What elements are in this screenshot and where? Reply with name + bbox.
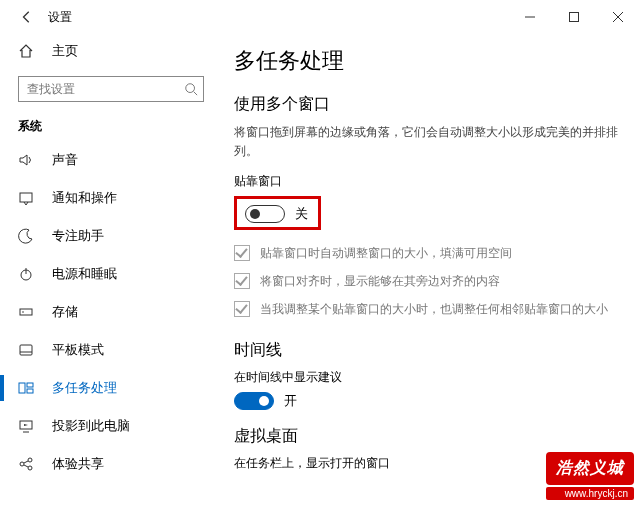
sidebar-home[interactable]: 主页: [0, 34, 222, 68]
sidebar-item-label: 通知和操作: [52, 189, 117, 207]
sidebar-home-label: 主页: [52, 42, 78, 60]
sidebar: 主页 系统 声音 通知和操作 专注助手 电源和睡眠: [0, 34, 230, 506]
checkbox-resize-fill[interactable]: [234, 245, 250, 261]
sidebar-item-multitasking[interactable]: 多任务处理: [0, 369, 222, 407]
search-input[interactable]: [18, 76, 204, 102]
checkbox-resize-adjacent[interactable]: [234, 301, 250, 317]
section-heading-windows: 使用多个窗口: [234, 94, 620, 115]
sidebar-item-notifications[interactable]: 通知和操作: [0, 179, 222, 217]
close-button[interactable]: [596, 2, 640, 32]
moon-icon: [18, 228, 36, 244]
timeline-label: 在时间线中显示建议: [234, 369, 620, 386]
search-icon: [184, 82, 198, 96]
svg-point-15: [20, 462, 24, 466]
sidebar-item-label: 多任务处理: [52, 379, 117, 397]
svg-rect-11: [19, 383, 25, 393]
sidebar-item-label: 电源和睡眠: [52, 265, 117, 283]
watermark-text: 浩然义城: [546, 452, 634, 485]
home-icon: [18, 43, 36, 59]
sidebar-item-label: 体验共享: [52, 455, 104, 473]
minimize-button[interactable]: [508, 2, 552, 32]
svg-rect-13: [27, 389, 33, 393]
sidebar-group-label: 系统: [0, 112, 222, 141]
back-button[interactable]: [16, 6, 38, 28]
sidebar-item-label: 专注助手: [52, 227, 104, 245]
svg-rect-12: [27, 383, 33, 387]
page-title: 多任务处理: [234, 46, 620, 76]
highlight-annotation: 关: [234, 196, 321, 230]
svg-point-17: [28, 466, 32, 470]
svg-point-8: [22, 311, 24, 313]
sidebar-item-label: 投影到此电脑: [52, 417, 130, 435]
main-content: 多任务处理 使用多个窗口 将窗口拖到屏幕的边缘或角落，它们会自动调整大小以形成完…: [230, 34, 640, 506]
power-icon: [18, 266, 36, 282]
sidebar-item-label: 声音: [52, 151, 78, 169]
checkbox-show-beside[interactable]: [234, 273, 250, 289]
svg-line-3: [194, 92, 198, 96]
sidebar-item-tablet[interactable]: 平板模式: [0, 331, 222, 369]
checkbox-label: 贴靠窗口时自动调整窗口的大小，填满可用空间: [260, 244, 512, 262]
share-icon: [18, 456, 36, 472]
sidebar-item-power[interactable]: 电源和睡眠: [0, 255, 222, 293]
svg-point-16: [28, 458, 32, 462]
multitask-icon: [18, 380, 36, 396]
watermark: 浩然义城 www.hryckj.cn: [546, 452, 634, 500]
svg-rect-1: [570, 13, 579, 22]
section-heading-virtual-desktop: 虚拟桌面: [234, 426, 620, 447]
snap-toggle-state: 关: [295, 205, 308, 223]
svg-rect-7: [20, 309, 32, 315]
section-description: 将窗口拖到屏幕的边缘或角落，它们会自动调整大小以形成完美的并排排列。: [234, 123, 620, 161]
window-title: 设置: [48, 9, 72, 26]
checkbox-label: 将窗口对齐时，显示能够在其旁边对齐的内容: [260, 272, 500, 290]
maximize-button[interactable]: [552, 2, 596, 32]
sidebar-item-storage[interactable]: 存储: [0, 293, 222, 331]
title-bar: 设置: [0, 0, 640, 34]
timeline-toggle-state: 开: [284, 392, 297, 410]
tablet-icon: [18, 342, 36, 358]
watermark-url: www.hryckj.cn: [546, 487, 634, 500]
sidebar-item-label: 平板模式: [52, 341, 104, 359]
checkbox-label: 当我调整某个贴靠窗口的大小时，也调整任何相邻贴靠窗口的大小: [260, 300, 608, 318]
svg-rect-9: [20, 345, 32, 355]
speaker-icon: [18, 152, 36, 168]
section-heading-timeline: 时间线: [234, 340, 620, 361]
storage-icon: [18, 304, 36, 320]
svg-rect-4: [20, 193, 32, 202]
svg-point-2: [186, 84, 195, 93]
sidebar-item-label: 存储: [52, 303, 78, 321]
notification-icon: [18, 190, 36, 206]
timeline-toggle[interactable]: [234, 392, 274, 410]
snap-label: 贴靠窗口: [234, 173, 620, 190]
project-icon: [18, 418, 36, 434]
snap-toggle[interactable]: [245, 205, 285, 223]
sidebar-item-projecting[interactable]: 投影到此电脑: [0, 407, 222, 445]
sidebar-item-focus[interactable]: 专注助手: [0, 217, 222, 255]
sidebar-item-sound[interactable]: 声音: [0, 141, 222, 179]
sidebar-item-shared[interactable]: 体验共享: [0, 445, 222, 483]
